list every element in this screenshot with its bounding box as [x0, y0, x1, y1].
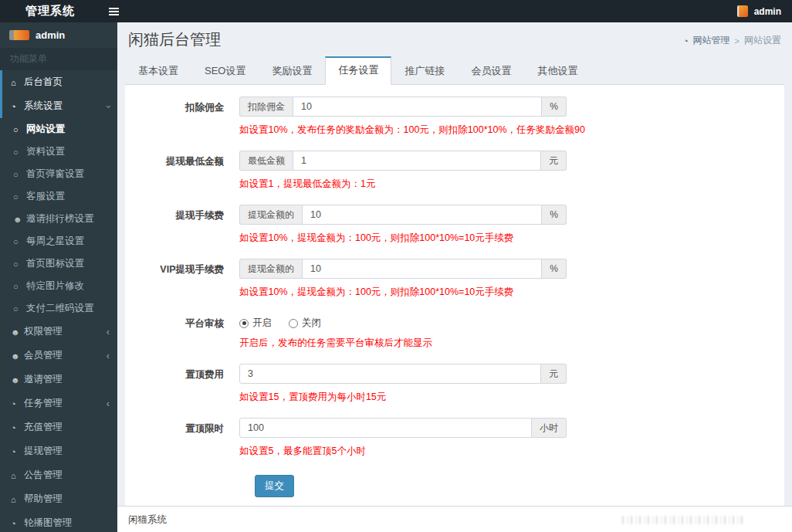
sidebar-toggle-button[interactable]: [100, 0, 127, 22]
field-label: 置顶费用: [125, 364, 239, 415]
circle-icon: ○: [13, 147, 26, 157]
footer: 闲猫系统: [117, 506, 792, 532]
sidebar-username: admin: [36, 29, 65, 41]
breadcrumb-separator: >: [735, 36, 740, 46]
user-icon: ☻: [13, 215, 26, 224]
hamburger-icon: [109, 6, 119, 17]
tab-reward-settings[interactable]: 奖励设置: [259, 56, 325, 85]
sidebar-item-recharge-mgmt[interactable]: ◔ 充值管理: [0, 415, 117, 439]
input-addon: 提现金额的: [239, 259, 302, 279]
tab-seo-settings[interactable]: SEO设置: [191, 56, 259, 85]
tab-promo-link[interactable]: 推广链接: [391, 56, 458, 85]
sidebar-item-withdraw-mgmt[interactable]: ◔ 提现管理: [0, 439, 117, 463]
submit-button[interactable]: 提交: [255, 475, 294, 497]
sidebar-avatar: [9, 30, 29, 40]
help-text: 如设置10%，发布任务的奖励金额为：100元，则扣除100*10%，任务奖励金额…: [239, 124, 567, 137]
dashboard-icon: ◔: [11, 519, 24, 528]
sidebar-item-task-mgmt[interactable]: ◔ 任务管理 ‹: [0, 391, 117, 415]
unit-addon: %: [542, 97, 567, 117]
min-withdraw-input-group: 最低金额 元: [239, 151, 567, 171]
sidebar-item-carousel-mgmt[interactable]: ◔ 轮播图管理: [0, 511, 117, 532]
breadcrumb-link[interactable]: 网站管理: [693, 34, 730, 47]
users-icon: ☻: [11, 327, 24, 337]
menu-section-label: 功能菜单: [0, 48, 117, 70]
sidebar-item-system-settings[interactable]: ◔ 系统设置 ‹: [0, 94, 117, 118]
pin-fee-input-group: 元: [239, 364, 567, 384]
field-label: 平台审核: [125, 313, 239, 361]
help-text: 开启后，发布的任务需要平台审核后才能显示: [239, 337, 567, 350]
top-navbar: 管理系统 admin: [0, 0, 792, 22]
field-label: 提现最低金额: [125, 151, 239, 202]
unit-addon: %: [542, 205, 567, 225]
user-avatar: [737, 5, 748, 17]
field-label: 置顶限时: [125, 418, 239, 469]
home-icon: ⌂: [11, 471, 24, 480]
unit-addon: %: [542, 259, 567, 279]
tab-member-settings[interactable]: 会员设置: [458, 56, 524, 85]
sidebar-user-panel[interactable]: admin: [0, 22, 117, 48]
sidebar-item-help-mgmt[interactable]: ⌂ 帮助管理: [0, 487, 117, 511]
unit-addon: 元: [541, 364, 567, 384]
sidebar-item-site-settings[interactable]: ○ 网站设置: [0, 118, 117, 141]
tab-task-settings[interactable]: 任务设置: [325, 56, 391, 85]
home-icon: ⌂: [11, 78, 24, 87]
form-row-pin-time-limit: 置顶限时 小时 如设置5，最多能置顶5个小时: [125, 418, 784, 469]
unit-addon: 小时: [532, 418, 567, 438]
help-text: 如设置10%，提现金额为：100元，则扣除100*10%=10元手续费: [239, 232, 567, 245]
sidebar-item-weekly-star-settings[interactable]: ○ 每周之星设置: [0, 230, 117, 252]
radio-checked-icon: [239, 319, 249, 328]
radio-option-off[interactable]: 关闭: [289, 317, 321, 330]
sidebar-item-dashboard-home[interactable]: ⌂ 后台首页: [0, 70, 117, 94]
chevron-left-icon: ‹: [107, 353, 110, 359]
dashboard-icon: ◔: [11, 447, 24, 456]
sidebar-item-permission-mgmt[interactable]: ☻ 权限管理 ‹: [0, 320, 117, 344]
circle-icon: ○: [13, 237, 26, 246]
dashboard-icon: ◔: [683, 36, 689, 46]
pin-time-input-group: 小时: [239, 418, 567, 438]
brand-logo[interactable]: 管理系统: [0, 0, 100, 22]
dashboard-icon: ◔: [11, 102, 24, 111]
sidebar-item-service-settings[interactable]: ○ 客服设置: [0, 185, 117, 208]
sidebar-item-announcement-mgmt[interactable]: ⌂ 公告管理: [0, 463, 117, 487]
radio-unchecked-icon: [289, 319, 298, 328]
sidebar-item-pay-qrcode-settings[interactable]: ○ 支付二维码设置: [0, 297, 117, 320]
tab-other-settings[interactable]: 其他设置: [524, 56, 591, 85]
sidebar-item-specific-image-edit[interactable]: ○ 特定图片修改: [0, 275, 117, 297]
sidebar-item-home-icon-settings[interactable]: ○ 首页图标设置: [0, 252, 117, 275]
sidebar-item-invite-rank-settings[interactable]: ☻ 邀请排行榜设置: [0, 208, 117, 230]
circle-icon: ○: [13, 192, 26, 202]
sidebar-item-invite-mgmt[interactable]: ☻ 邀请管理: [0, 368, 117, 391]
input-addon: 提现金额的: [239, 205, 302, 225]
help-text: 如设置10%，提现金额为：100元，则扣除100*10%=10元手续费: [239, 286, 567, 299]
withdraw-fee-input[interactable]: [302, 205, 542, 225]
user-menu[interactable]: admin: [737, 0, 792, 22]
pin-fee-input[interactable]: [239, 364, 541, 384]
dashboard-icon: ◔: [11, 399, 24, 408]
sidebar-item-home-popup-settings[interactable]: ○ 首页弹窗设置: [0, 163, 117, 185]
vip-withdraw-fee-input[interactable]: [302, 259, 542, 279]
breadcrumb-current: 网站设置: [744, 34, 781, 47]
system-settings-submenu: ○ 网站设置 ○ 资料设置 ○ 首页弹窗设置 ○ 客服设置 ☻ 邀请排行榜设: [0, 118, 117, 320]
tab-basic-settings[interactable]: 基本设置: [125, 56, 191, 85]
circle-icon: ○: [13, 125, 26, 134]
pin-time-input[interactable]: [239, 418, 532, 438]
form-row-platform-review: 平台审核 开启 关闭 开启后，发布的任务需要平台审核后才能显示: [125, 313, 784, 361]
main-content: 闲猫后台管理 ◔ 网站管理 > 网站设置 基本设置 SEO设置 奖励设置 任务设…: [117, 22, 792, 532]
form-row-pin-fee: 置顶费用 元 如设置15，置顶费用为每小时15元: [125, 364, 784, 415]
sidebar-item-member-mgmt[interactable]: ☻ 会员管理 ‹: [0, 344, 117, 368]
min-withdraw-input[interactable]: [293, 151, 541, 171]
form-row-commission: 扣除佣金 扣除佣金 % 如设置10%，发布任务的奖励金额为：100元，则扣除10…: [125, 97, 784, 147]
username-label: admin: [754, 6, 781, 17]
form-row-withdraw-fee: 提现手续费 提现金额的 % 如设置10%，提现金额为：100元，则扣除100*1…: [125, 205, 784, 256]
withdraw-fee-input-group: 提现金额的 %: [239, 205, 567, 225]
field-label: VIP提现手续费: [125, 259, 239, 310]
help-text: 如设置1，提现最低金额为：1元: [239, 178, 567, 191]
topbar-spacer: [127, 0, 737, 22]
sidebar-item-profile-settings[interactable]: ○ 资料设置: [0, 141, 117, 163]
radio-option-on[interactable]: 开启: [239, 317, 272, 330]
chevron-left-icon: ‹: [107, 329, 110, 335]
watermark: [622, 516, 744, 524]
circle-icon: ○: [13, 282, 26, 291]
commission-input[interactable]: [293, 97, 542, 117]
settings-tabs: 基本设置 SEO设置 奖励设置 任务设置 推广链接 会员设置 其他设置: [125, 56, 784, 85]
